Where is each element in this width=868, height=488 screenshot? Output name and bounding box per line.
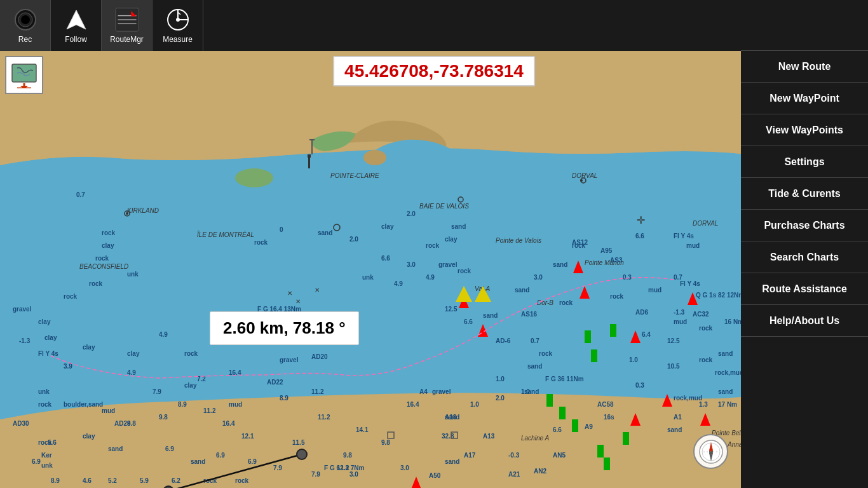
svg-text:clay: clay <box>83 433 95 440</box>
svg-text:rock,mud: rock,mud <box>674 395 702 402</box>
svg-text:12.1: 12.1 <box>241 433 254 440</box>
svg-text:BEACONSFIELD: BEACONSFIELD <box>79 263 128 270</box>
measure-button[interactable]: Measure <box>153 0 203 51</box>
svg-text:4.6: 4.6 <box>83 477 92 484</box>
svg-text:sand: sand <box>445 458 459 465</box>
purchase-charts-button[interactable]: Purchase Charts <box>741 210 868 241</box>
svg-text:A4: A4 <box>419 388 428 395</box>
svg-text:ÎLE DE MONTRÉAL: ÎLE DE MONTRÉAL <box>197 231 254 238</box>
svg-point-17 <box>235 168 273 187</box>
svg-text:unk: unk <box>38 388 50 395</box>
svg-text:4.9: 4.9 <box>159 331 168 338</box>
svg-text:AN5: AN5 <box>553 452 566 459</box>
tide-currents-button[interactable]: Tide & Curents <box>741 178 868 210</box>
svg-text:A95: A95 <box>600 247 613 254</box>
svg-text:clay: clay <box>127 350 140 357</box>
svg-text:11.2: 11.2 <box>311 388 324 395</box>
svg-rect-164 <box>546 394 553 407</box>
routemgr-icon <box>114 7 140 32</box>
svg-text:clay: clay <box>38 318 51 325</box>
svg-text:Annabelle-Beach: Annabelle-Beach <box>727 441 741 448</box>
svg-text:0: 0 <box>280 226 283 233</box>
measure-text: 2.60 km, 78.18 ° <box>223 318 346 337</box>
svg-text:rock: rock <box>254 239 268 246</box>
svg-text:-1.3: -1.3 <box>674 309 685 316</box>
svg-text:mud: mud <box>102 407 115 414</box>
help-about-button[interactable]: Help/About Us <box>741 305 868 337</box>
svg-text:AD20: AD20 <box>311 353 328 360</box>
map-area[interactable]: 0.7 rock clay 4.9 rock clay 16.4 2.0 gra… <box>0 51 741 488</box>
svg-point-226 <box>126 212 128 215</box>
follow-label: Follow <box>65 35 87 44</box>
routemgr-button[interactable]: RouteMgr <box>102 0 153 51</box>
search-charts-button[interactable]: Search Charts <box>741 241 868 273</box>
svg-point-2 <box>21 15 30 24</box>
svg-text:5.2: 5.2 <box>108 477 117 484</box>
svg-text:8.9: 8.9 <box>178 401 187 408</box>
svg-text:rock: rock <box>64 293 78 300</box>
svg-text:6.6: 6.6 <box>464 318 473 325</box>
svg-text:sand: sand <box>667 426 682 433</box>
svg-text:7.9: 7.9 <box>273 464 282 471</box>
svg-text:A21: A21 <box>508 471 520 478</box>
svg-text:AD30: AD30 <box>13 420 29 427</box>
svg-rect-167 <box>597 445 604 458</box>
svg-text:AD28: AD28 <box>114 420 131 427</box>
svg-text:AC32: AC32 <box>693 311 709 318</box>
svg-text:mud: mud <box>229 401 242 408</box>
measure-icon <box>165 7 191 32</box>
svg-text:sand: sand <box>318 229 332 236</box>
svg-text:BAIE DE VALOIS: BAIE DE VALOIS <box>419 203 469 210</box>
compass-button[interactable] <box>693 434 728 469</box>
svg-text:rock: rock <box>89 280 103 287</box>
svg-text:sand: sand <box>515 287 529 294</box>
svg-text:12.5: 12.5 <box>445 306 458 313</box>
settings-button[interactable]: Settings <box>741 146 868 178</box>
svg-text:6.4: 6.4 <box>642 331 651 338</box>
svg-text:clay: clay <box>83 344 95 351</box>
svg-rect-236 <box>12 64 36 82</box>
svg-text:11.5: 11.5 <box>292 439 305 446</box>
svg-text:rock,mud: rock,mud <box>715 369 741 376</box>
svg-text:1.3: 1.3 <box>699 401 708 408</box>
svg-point-16 <box>363 150 386 165</box>
svg-text:3.0: 3.0 <box>407 261 416 268</box>
svg-text:sand: sand <box>527 363 542 370</box>
svg-text:sand: sand <box>108 445 123 452</box>
svg-text:sand: sand <box>553 261 567 268</box>
svg-text:5.6: 5.6 <box>48 439 57 446</box>
svg-text:6.6: 6.6 <box>553 426 562 433</box>
new-route-button[interactable]: New Route <box>741 51 868 83</box>
svg-text:Lachine A: Lachine A <box>521 435 549 442</box>
svg-text:DORVAL: DORVAL <box>693 220 718 227</box>
svg-text:mud: mud <box>686 242 700 249</box>
svg-text:6.6: 6.6 <box>635 233 644 240</box>
rec-button[interactable]: Rec <box>0 0 51 51</box>
new-waypoint-button[interactable]: New WayPoint <box>741 83 868 114</box>
svg-text:10.5: 10.5 <box>667 363 680 370</box>
svg-text:6.9: 6.9 <box>32 458 41 465</box>
svg-text:Dor-B: Dor-B <box>537 299 553 306</box>
svg-text:POINTE-CLAIRE: POINTE-CLAIRE <box>330 172 379 179</box>
svg-text:unk: unk <box>362 274 374 281</box>
svg-text:5.9: 5.9 <box>140 477 149 484</box>
svg-text:11.2: 11.2 <box>318 414 330 421</box>
route-assistance-button[interactable]: Route Assistance <box>741 273 868 305</box>
svg-text:rock: rock <box>235 477 249 484</box>
svg-text:9.8: 9.8 <box>159 414 168 421</box>
svg-text:rock: rock <box>699 356 713 363</box>
svg-text:rock: rock <box>458 268 471 274</box>
svg-text:AN2: AN2 <box>534 468 546 475</box>
download-button[interactable] <box>5 56 43 94</box>
svg-rect-165 <box>559 407 566 419</box>
toolbar: Rec Follow RouteMgr <box>0 0 741 51</box>
view-waypoints-button[interactable]: View WayPoints <box>741 114 868 146</box>
svg-text:sand: sand <box>718 388 733 395</box>
measure-tooltip: 2.60 km, 78.18 ° <box>210 311 359 345</box>
svg-text:rock: rock <box>38 401 52 408</box>
right-panel: New Route New WayPoint View WayPoints Se… <box>741 0 868 488</box>
follow-button[interactable]: Follow <box>51 0 102 51</box>
svg-text:mud: mud <box>674 318 687 325</box>
svg-text:17 Nm: 17 Nm <box>718 401 737 408</box>
svg-text:A9: A9 <box>585 423 593 430</box>
